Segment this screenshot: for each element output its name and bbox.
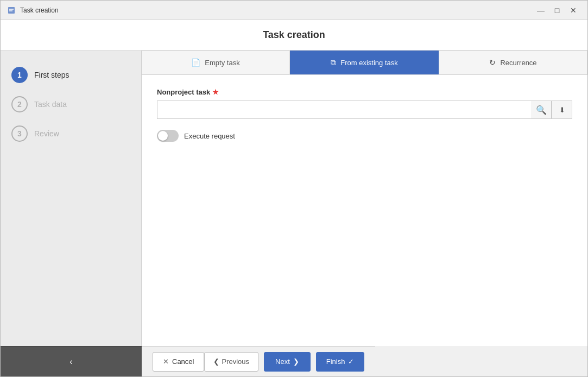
sidebar: 1 First steps 2 Task data 3 Review (1, 51, 142, 346)
window-icon (7, 6, 16, 15)
check-icon: ✓ (348, 357, 354, 366)
cancel-button[interactable]: ✕ Cancel (153, 352, 204, 372)
cancel-label: Cancel (172, 357, 194, 366)
minimize-button[interactable]: — (533, 3, 548, 18)
tabs-bar: 📄 Empty task ⧉ From existing task ↻ Recu… (142, 51, 587, 75)
tab-recurrence-label: Recurrence (500, 59, 536, 67)
step-1-label: First steps (34, 71, 69, 79)
main-content: 📄 Empty task ⧉ From existing task ↻ Recu… (142, 51, 587, 346)
content-area: Nonproject task ★ 🔍 ⬇ Execute request (142, 75, 587, 346)
main-header: Task creation (1, 20, 587, 51)
next-label: Next (275, 357, 290, 366)
body: 1 First steps 2 Task data 3 Review (1, 51, 587, 346)
svg-rect-0 (8, 7, 15, 14)
window: Task creation — □ ✕ Task creation 1 Firs… (0, 0, 588, 377)
search-icon: 🔍 (536, 105, 547, 115)
close-button[interactable]: ✕ (566, 3, 581, 18)
finish-button[interactable]: Finish ✓ (316, 352, 365, 372)
required-star: ★ (212, 88, 219, 96)
sidebar-back-button[interactable]: ‹ (61, 354, 81, 370)
tab-empty-task-label: Empty task (205, 59, 239, 67)
step-2-label: Task data (34, 100, 67, 109)
filter-button[interactable]: ⬇ (552, 100, 572, 119)
tab-from-existing-label: From existing task (340, 59, 397, 67)
execute-request-label: Execute request (184, 132, 235, 140)
title-bar-left: Task creation (7, 6, 59, 15)
maximize-icon: □ (555, 6, 559, 15)
file-icon: 📄 (191, 58, 200, 67)
chevron-right-icon: ❯ (293, 357, 299, 366)
step-1[interactable]: 1 First steps (11, 67, 130, 83)
bottom-row: ‹ ✕ Cancel ❮ Previous Next ❯ F (1, 346, 587, 376)
recurrence-icon: ↻ (489, 58, 496, 67)
filter-icon: ⬇ (559, 106, 565, 114)
footer-right: ❮ Previous Next ❯ Finish ✓ (204, 352, 364, 372)
dialog-title: Task creation (263, 29, 325, 41)
step-1-number: 1 (17, 71, 22, 79)
sidebar-back-area: ‹ (1, 346, 142, 376)
execute-request-toggle[interactable] (157, 130, 179, 142)
nonproject-task-input-row: 🔍 ⬇ (157, 100, 572, 119)
maximize-button[interactable]: □ (549, 3, 565, 18)
copy-icon: ⧉ (331, 58, 336, 67)
cancel-icon: ✕ (163, 357, 169, 366)
tab-empty-task[interactable]: 📄 Empty task (142, 51, 290, 74)
tab-recurrence[interactable]: ↻ Recurrence (439, 51, 587, 74)
step-3-label: Review (34, 129, 59, 138)
next-button[interactable]: Next ❯ (264, 352, 311, 372)
step-3-circle: 3 (11, 125, 28, 142)
execute-request-row: Execute request (157, 130, 572, 142)
step-2-circle: 2 (11, 96, 28, 112)
nonproject-task-label: Nonproject task ★ (157, 88, 572, 96)
close-icon: ✕ (570, 6, 577, 15)
step-2[interactable]: 2 Task data (11, 96, 130, 112)
window-title: Task creation (20, 7, 59, 14)
step-3-number: 3 (17, 129, 22, 138)
chevron-left-icon: ❮ (213, 357, 219, 366)
footer-left: ✕ Cancel (153, 352, 204, 372)
step-1-circle: 1 (11, 67, 28, 83)
previous-label: Previous (222, 357, 249, 366)
search-button[interactable]: 🔍 (531, 100, 552, 119)
step-3[interactable]: 3 Review (11, 125, 130, 142)
title-bar-controls: — □ ✕ (533, 3, 581, 18)
step-2-number: 2 (17, 100, 22, 109)
finish-label: Finish (326, 357, 345, 366)
footer: ✕ Cancel ❮ Previous Next ❯ Finish ✓ (142, 346, 375, 376)
nonproject-task-input[interactable] (157, 100, 531, 119)
previous-button[interactable]: ❮ Previous (204, 352, 258, 372)
title-bar: Task creation — □ ✕ (1, 1, 587, 20)
minimize-icon: — (537, 6, 545, 15)
tab-from-existing[interactable]: ⧉ From existing task (290, 51, 439, 74)
